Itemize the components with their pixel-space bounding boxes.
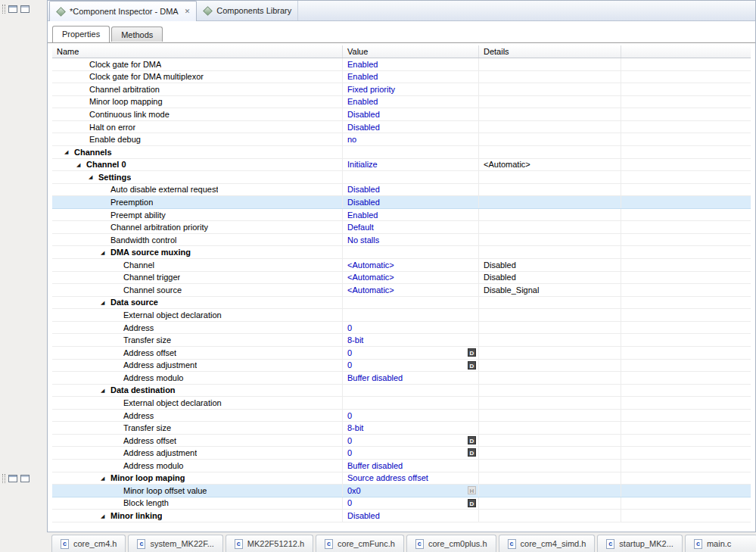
table-row[interactable]: Address adjustment 0 D (52, 447, 751, 460)
flag-badge-D[interactable]: D (468, 499, 476, 507)
tab-component-inspector-dma[interactable]: *Component Inspector - DMA ✕ (49, 1, 197, 21)
flag-badge-D[interactable]: D (468, 448, 476, 457)
value-cell[interactable]: Default (343, 221, 479, 233)
table-row[interactable]: ◢ Minor linking Disabled (52, 510, 751, 522)
value-cell[interactable]: Source address offset (343, 472, 479, 485)
value-cell[interactable]: 0 D (343, 347, 479, 359)
value-cell[interactable]: Enabled (343, 58, 479, 70)
table-row[interactable]: ◢ Minor loop maping Source address offse… (52, 472, 751, 485)
expander-icon[interactable]: ◢ (101, 300, 107, 305)
value-cell[interactable]: Disabled (343, 121, 479, 133)
restore-view-icon[interactable] (8, 5, 17, 13)
value-cell[interactable]: Initialize (343, 159, 479, 171)
table-row[interactable]: Bandwidth control No stalls (52, 234, 751, 247)
table-row[interactable]: Channel <Automatic> Disabled (52, 259, 751, 272)
table-row[interactable]: Address modulo Buffer disabled (52, 460, 751, 472)
value-cell[interactable] (343, 385, 479, 397)
column-header-details[interactable]: Details (479, 45, 621, 58)
tab-components-library[interactable]: Components Library (197, 1, 298, 20)
file-tab[interactable]: c system_MK22F... (128, 535, 222, 552)
column-header-name[interactable]: Name (52, 45, 343, 58)
column-header-value[interactable]: Value (343, 45, 479, 58)
table-row[interactable]: Preempt ability Enabled (52, 209, 751, 222)
drag-grip-icon[interactable] (2, 474, 5, 483)
table-row[interactable]: Block length 0 D (52, 497, 751, 510)
table-row[interactable]: Address offset 0 D (52, 435, 751, 448)
value-cell[interactable]: <Automatic> (343, 259, 479, 271)
value-cell[interactable]: 0 (343, 410, 479, 422)
file-tab[interactable]: c MK22F51212.h (226, 535, 313, 552)
value-cell[interactable]: Enabled (343, 209, 479, 221)
value-cell[interactable]: 0 D (343, 435, 479, 447)
minimized-view-icon[interactable] (20, 5, 30, 13)
table-row[interactable]: Address 0 (52, 410, 751, 423)
value-cell[interactable] (343, 171, 479, 183)
value-cell[interactable]: 0 D (343, 360, 479, 372)
flag-badge-D[interactable]: D (468, 361, 476, 370)
value-cell[interactable]: 8-bit (343, 422, 479, 434)
value-cell[interactable] (343, 297, 479, 309)
table-row[interactable]: Transfer size 8-bit (52, 422, 751, 435)
value-cell[interactable]: Enabled (343, 71, 479, 83)
expander-icon[interactable]: ◢ (64, 149, 71, 154)
value-cell[interactable]: <Automatic> (343, 284, 479, 296)
tab-methods[interactable]: Methods (111, 27, 163, 42)
value-cell[interactable]: Buffer disabled (343, 460, 479, 472)
file-tab[interactable]: c core_cm4.h (51, 535, 126, 552)
table-row[interactable]: Enable debug no (52, 133, 751, 146)
table-row[interactable]: Minor loop offset value 0x0 H (52, 485, 751, 497)
table-row[interactable]: Auto disable external request Disabled (52, 184, 751, 197)
restore-view-icon[interactable] (8, 475, 17, 482)
table-row[interactable]: Channel source <Automatic> Disable_Signa… (52, 284, 751, 297)
value-cell[interactable]: 0 (343, 322, 479, 334)
table-row[interactable]: Address 0 (52, 322, 751, 335)
value-cell[interactable]: Disabled (343, 108, 479, 120)
table-row[interactable]: Clock gate for DMA Enabled (52, 58, 751, 71)
table-row[interactable]: Clock gate for DMA multiplexor Enabled (52, 71, 751, 84)
table-row[interactable]: ◢ Data source (52, 297, 751, 310)
value-cell[interactable]: no (343, 133, 479, 145)
table-row[interactable]: External object declaration (52, 309, 751, 322)
expander-icon[interactable]: ◢ (76, 162, 83, 167)
table-row[interactable]: Channel arbitration Fixed priority (52, 83, 751, 96)
table-row[interactable]: ◢ Data destination (52, 385, 751, 398)
expander-icon[interactable]: ◢ (101, 476, 107, 481)
expander-icon[interactable]: ◢ (101, 513, 107, 519)
close-icon[interactable]: ✕ (185, 8, 191, 15)
file-tab[interactable]: c core_cm0plus.h (406, 535, 496, 552)
flag-badge-D[interactable]: D (468, 436, 476, 444)
table-row[interactable]: ◢ Channel 0 Initialize <Automatic> (52, 159, 751, 172)
file-tab[interactable]: c startup_MK2... (597, 535, 683, 552)
value-cell[interactable]: Disabled (343, 196, 479, 208)
value-cell[interactable]: Disabled (343, 510, 479, 522)
table-row[interactable]: Halt on error Disabled (52, 121, 751, 134)
table-row[interactable]: External object declaration (52, 397, 751, 410)
minimized-view-bar-bottom[interactable] (2, 472, 45, 485)
table-row[interactable]: Preemption Disabled (52, 196, 751, 209)
file-tab[interactable]: c main.c (685, 535, 756, 552)
table-row[interactable]: Continuous link mode Disabled (52, 108, 751, 121)
file-tab[interactable]: c core_cmFunc.h (316, 535, 404, 552)
table-row[interactable]: ◢ Settings (52, 171, 751, 184)
flag-badge-D[interactable]: D (468, 348, 476, 357)
value-cell[interactable]: Enabled (343, 96, 479, 108)
tab-properties[interactable]: Properties (52, 26, 110, 42)
table-row[interactable]: Transfer size 8-bit (52, 334, 751, 347)
value-cell[interactable]: 0x0 H (343, 485, 479, 497)
value-cell[interactable]: Fixed priority (343, 83, 479, 95)
expander-icon[interactable]: ◢ (89, 174, 95, 179)
flag-badge-H[interactable]: H (468, 486, 476, 494)
table-row[interactable]: Channel arbitration priority Default (52, 221, 751, 234)
value-cell[interactable]: 0 D (343, 497, 479, 510)
value-cell[interactable] (343, 309, 479, 321)
table-row[interactable]: Channel trigger <Automatic> Disabled (52, 272, 751, 285)
table-row[interactable]: Address adjustment 0 D (52, 360, 751, 373)
table-row[interactable]: ◢ DMA source muxing (52, 246, 751, 259)
value-cell[interactable] (343, 246, 479, 258)
file-tab[interactable]: c core_cm4_simd.h (499, 535, 596, 552)
table-row[interactable]: Address modulo Buffer disabled (52, 372, 751, 385)
value-cell[interactable] (343, 146, 479, 158)
table-row[interactable]: Minor loop mapping Enabled (52, 96, 751, 109)
expander-icon[interactable]: ◢ (101, 250, 107, 255)
value-cell[interactable]: 8-bit (343, 334, 479, 346)
